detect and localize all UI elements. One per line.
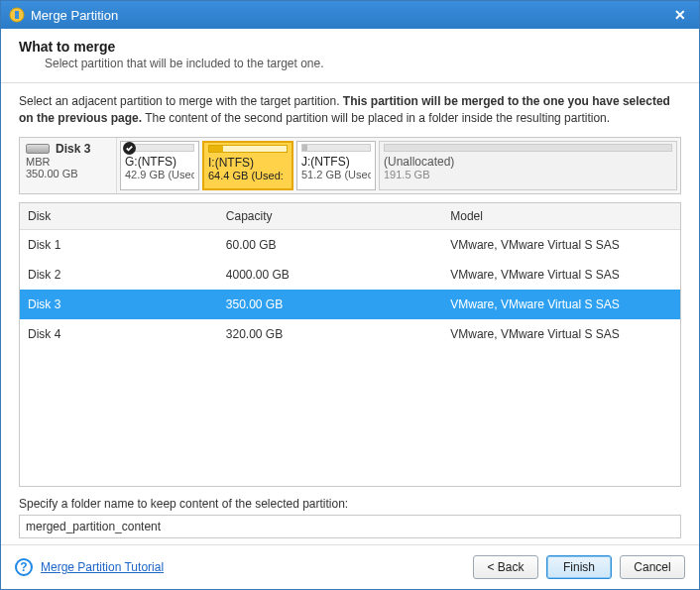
disk-info: Disk 3 MBR 350.00 GB xyxy=(20,138,117,193)
table-row[interactable]: Disk 160.00 GBVMware, VMware Virtual S S… xyxy=(20,229,680,260)
partition-GNTFS[interactable]: G:(NTFS)42.9 GB (Used: xyxy=(120,141,199,190)
partition-INTFS[interactable]: I:(NTFS)64.4 GB (Used: xyxy=(202,141,293,190)
svg-rect-1 xyxy=(15,11,19,19)
finish-button[interactable]: Finish xyxy=(546,555,612,579)
partition-label: (Unallocated) xyxy=(384,155,672,169)
cell-capacity: 60.00 GB xyxy=(218,229,442,260)
cell-disk: Disk 3 xyxy=(20,290,218,319)
tutorial-link[interactable]: Merge Partition Tutorial xyxy=(41,560,164,574)
cell-disk: Disk 1 xyxy=(20,229,218,260)
cancel-button[interactable]: Cancel xyxy=(620,555,685,579)
intro-pre: Select an adjacent partition to merge wi… xyxy=(19,94,343,108)
table-row[interactable]: Disk 4320.00 GBVMware, VMware Virtual S … xyxy=(20,319,680,349)
partition-label: J:(NTFS) xyxy=(301,155,371,169)
disk-size: 350.00 GB xyxy=(26,168,112,179)
page-header: What to merge Select partition that will… xyxy=(1,29,699,83)
partition-size: 42.9 GB (Used: xyxy=(125,169,194,180)
page-heading: What to merge xyxy=(19,39,681,55)
col-model[interactable]: Model xyxy=(442,203,680,230)
cell-capacity: 320.00 GB xyxy=(218,319,442,349)
content-area: Select an adjacent partition to merge wi… xyxy=(1,83,699,544)
cell-capacity: 350.00 GB xyxy=(218,290,442,319)
intro-text: Select an adjacent partition to merge wi… xyxy=(19,93,681,127)
cell-capacity: 4000.00 GB xyxy=(218,260,442,290)
partition-label: I:(NTFS) xyxy=(208,156,288,170)
cell-model: VMware, VMware Virtual S SAS xyxy=(442,260,680,290)
partition-unallocated[interactable]: (Unallocated)191.5 GB xyxy=(379,141,677,190)
page-subheading: Select partition that will be included t… xyxy=(19,57,681,70)
titlebar: Merge Partition ✕ xyxy=(1,1,699,29)
folder-label: Specify a folder name to keep content of… xyxy=(19,497,681,511)
table-row[interactable]: Disk 24000.00 GBVMware, VMware Virtual S… xyxy=(20,260,680,290)
cell-disk: Disk 4 xyxy=(20,319,218,349)
disk-table-wrap: Disk Capacity Model Disk 160.00 GBVMware… xyxy=(19,202,681,487)
back-button[interactable]: < Back xyxy=(473,555,538,579)
partition-JNTFS[interactable]: J:(NTFS)51.2 GB (Used: xyxy=(296,141,376,190)
partition-size: 51.2 GB (Used: xyxy=(301,169,371,180)
window-title: Merge Partition xyxy=(31,8,669,23)
check-icon xyxy=(123,142,136,155)
disk-table: Disk Capacity Model Disk 160.00 GBVMware… xyxy=(20,203,680,349)
table-row[interactable]: Disk 3350.00 GBVMware, VMware Virtual S … xyxy=(20,290,680,319)
intro-post: The content of the second partition will… xyxy=(142,111,610,125)
col-disk[interactable]: Disk xyxy=(20,203,218,230)
cell-model: VMware, VMware Virtual S SAS xyxy=(442,229,680,260)
folder-name-input[interactable] xyxy=(19,515,681,538)
disk-type: MBR xyxy=(26,156,112,168)
disk-icon xyxy=(26,144,50,154)
cell-model: VMware, VMware Virtual S SAS xyxy=(442,319,680,349)
disk-strip: Disk 3 MBR 350.00 GB G:(NTFS)42.9 GB (Us… xyxy=(19,137,681,194)
partition-size: 191.5 GB xyxy=(384,169,672,180)
partition-label: G:(NTFS) xyxy=(125,155,194,169)
disk-name: Disk 3 xyxy=(56,142,90,156)
close-button[interactable]: ✕ xyxy=(669,6,691,24)
app-icon xyxy=(9,7,25,23)
cell-disk: Disk 2 xyxy=(20,260,218,290)
footer: ? Merge Partition Tutorial < Back Finish… xyxy=(1,544,699,589)
partition-group: G:(NTFS)42.9 GB (Used:I:(NTFS)64.4 GB (U… xyxy=(117,138,680,193)
help-icon[interactable]: ? xyxy=(15,558,33,576)
partition-size: 64.4 GB (Used: xyxy=(208,170,288,181)
cell-model: VMware, VMware Virtual S SAS xyxy=(442,290,680,319)
col-capacity[interactable]: Capacity xyxy=(218,203,442,230)
